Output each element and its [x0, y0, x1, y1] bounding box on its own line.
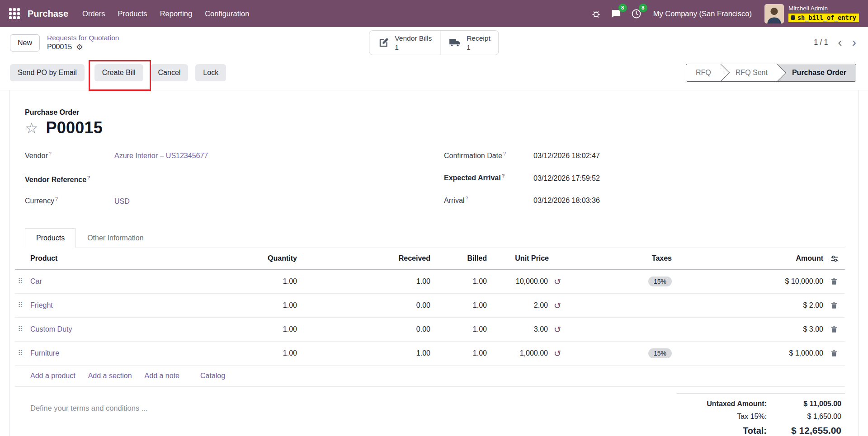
- table-row[interactable]: ⠿ Car 1.00 1.00 1.00 10,000.00 ↺ 15% $ 1…: [15, 269, 845, 293]
- apps-grid-icon[interactable]: [8, 8, 20, 20]
- header-billed[interactable]: Billed: [430, 248, 487, 270]
- price-history-icon[interactable]: ↺: [554, 300, 561, 310]
- price-history-icon[interactable]: ↺: [554, 277, 561, 286]
- billed-cell[interactable]: 1.00: [430, 269, 487, 293]
- header-taxes[interactable]: Taxes: [568, 248, 717, 270]
- menu-products[interactable]: Products: [112, 5, 153, 22]
- add-a-product-link[interactable]: Add a product: [30, 372, 75, 380]
- help-icon[interactable]: ?: [502, 173, 505, 178]
- vendor-value[interactable]: Azure Interior – US12345677: [114, 152, 208, 161]
- tab-products[interactable]: Products: [25, 228, 76, 248]
- product-link[interactable]: Frieght: [28, 301, 53, 309]
- tab-other-information[interactable]: Other Information: [76, 228, 155, 248]
- quantity-cell[interactable]: 1.00: [234, 269, 297, 293]
- receipt-button[interactable]: Receipt 1: [440, 31, 499, 55]
- menu-configuration[interactable]: Configuration: [199, 5, 255, 22]
- product-link[interactable]: Car: [28, 277, 42, 286]
- amount-cell: $ 2.00: [717, 293, 823, 317]
- received-cell[interactable]: 1.00: [297, 269, 430, 293]
- status-step-rfq[interactable]: RFQ: [686, 64, 721, 81]
- drag-handle-icon[interactable]: ⠿: [15, 277, 23, 286]
- cancel-button[interactable]: Cancel: [151, 64, 189, 81]
- messages-icon[interactable]: 8: [607, 5, 625, 23]
- unit-price-cell[interactable]: 3.00: [487, 317, 548, 341]
- status-step-purchase-order[interactable]: Purchase Order: [777, 64, 856, 81]
- product-link[interactable]: Furniture: [28, 349, 59, 357]
- received-cell[interactable]: 0.00: [297, 293, 430, 317]
- confirmation-date-value[interactable]: 03/12/2026 18:02:47: [533, 152, 600, 161]
- user-menu[interactable]: Mitchell Admin sh_bill_of_entry: [788, 5, 859, 23]
- add-a-section-link[interactable]: Add a section: [88, 372, 132, 380]
- menu-orders[interactable]: Orders: [76, 5, 111, 22]
- optional-columns-icon[interactable]: [830, 254, 839, 263]
- unit-price-cell[interactable]: 1,000.00: [487, 341, 548, 365]
- terms-and-conditions-field[interactable]: Define your terms and conditions ...: [30, 404, 677, 413]
- drag-handle-icon[interactable]: ⠿: [15, 349, 23, 357]
- pager-previous-icon[interactable]: ‹: [838, 38, 842, 47]
- vendor-reference-label: Vendor Reference?: [25, 175, 114, 184]
- actions-gear-icon[interactable]: ⚙: [76, 43, 83, 51]
- help-icon[interactable]: ?: [49, 151, 52, 156]
- received-cell[interactable]: 1.00: [297, 341, 430, 365]
- catalog-link[interactable]: Catalog: [200, 372, 225, 380]
- pencil-square-icon: [377, 37, 390, 49]
- price-history-icon[interactable]: ↺: [554, 348, 561, 358]
- header-unit-price[interactable]: Unit Price: [487, 248, 568, 270]
- company-switcher[interactable]: My Company (San Francisco): [653, 9, 752, 18]
- create-bill-button[interactable]: Create Bill: [94, 64, 143, 81]
- help-icon[interactable]: ?: [55, 196, 58, 202]
- currency-value[interactable]: USD: [114, 197, 130, 206]
- debug-bug-icon[interactable]: [588, 5, 604, 22]
- app-title[interactable]: Purchase: [28, 9, 68, 19]
- delete-row-icon[interactable]: [830, 301, 838, 309]
- vendor-bills-label: Vendor Bills: [395, 34, 432, 42]
- header-amount[interactable]: Amount: [717, 248, 823, 270]
- pager-next-icon[interactable]: ›: [852, 38, 856, 47]
- billed-cell[interactable]: 1.00: [430, 317, 487, 341]
- activities-badge: 8: [639, 4, 647, 12]
- new-button[interactable]: New: [10, 34, 40, 52]
- user-avatar[interactable]: [764, 4, 784, 23]
- taxes-cell[interactable]: [568, 317, 717, 341]
- vendor-bills-button[interactable]: Vendor Bills 1: [369, 31, 440, 55]
- breadcrumb-parent-link[interactable]: Requests for Quotation: [47, 33, 119, 42]
- quantity-cell[interactable]: 1.00: [234, 293, 297, 317]
- product-link[interactable]: Custom Duty: [28, 325, 72, 333]
- unit-price-cell[interactable]: 10,000.00: [487, 269, 548, 293]
- quantity-cell[interactable]: 1.00: [234, 341, 297, 365]
- table-row[interactable]: ⠿ Custom Duty 1.00 0.00 1.00 3.00 ↺ $ 3.…: [15, 317, 845, 341]
- received-cell[interactable]: 0.00: [297, 317, 430, 341]
- billed-cell[interactable]: 1.00: [430, 341, 487, 365]
- price-history-icon[interactable]: ↺: [554, 324, 561, 334]
- table-row[interactable]: ⠿ Furniture 1.00 1.00 1.00 1,000.00 ↺ 15…: [15, 341, 845, 365]
- amount-cell: $ 10,000.00: [717, 269, 823, 293]
- send-po-by-email-button[interactable]: Send PO by Email: [10, 64, 85, 81]
- billed-cell[interactable]: 1.00: [430, 293, 487, 317]
- help-icon[interactable]: ?: [465, 196, 468, 201]
- taxes-cell[interactable]: 15%: [568, 341, 717, 365]
- help-icon[interactable]: ?: [87, 175, 90, 180]
- header-product[interactable]: Product: [28, 248, 234, 270]
- header-received[interactable]: Received: [297, 248, 430, 270]
- favorite-star-icon[interactable]: ☆: [25, 121, 38, 136]
- taxes-cell[interactable]: [568, 293, 717, 317]
- taxes-cell[interactable]: 15%: [568, 269, 717, 293]
- vendor-bills-count: 1: [395, 43, 432, 52]
- add-a-note-link[interactable]: Add a note: [145, 372, 179, 380]
- arrival-value[interactable]: 03/12/2026 18:03:36: [533, 197, 600, 206]
- quantity-cell[interactable]: 1.00: [234, 317, 297, 341]
- table-row[interactable]: ⠿ Frieght 1.00 0.00 1.00 2.00 ↺ $ 2.00: [15, 293, 845, 317]
- expected-arrival-value[interactable]: 03/12/2026 17:59:52: [533, 174, 600, 183]
- top-navbar: Purchase Orders Products Reporting Confi…: [0, 0, 868, 27]
- activities-clock-icon[interactable]: 8: [627, 5, 645, 23]
- delete-row-icon[interactable]: [830, 277, 838, 286]
- delete-row-icon[interactable]: [830, 349, 838, 357]
- lock-button[interactable]: Lock: [195, 64, 226, 81]
- header-quantity[interactable]: Quantity: [234, 248, 297, 270]
- unit-price-cell[interactable]: 2.00: [487, 293, 548, 317]
- drag-handle-icon[interactable]: ⠿: [15, 325, 23, 333]
- drag-handle-icon[interactable]: ⠿: [15, 301, 23, 309]
- help-icon[interactable]: ?: [503, 151, 506, 156]
- delete-row-icon[interactable]: [830, 325, 838, 333]
- menu-reporting[interactable]: Reporting: [154, 5, 198, 22]
